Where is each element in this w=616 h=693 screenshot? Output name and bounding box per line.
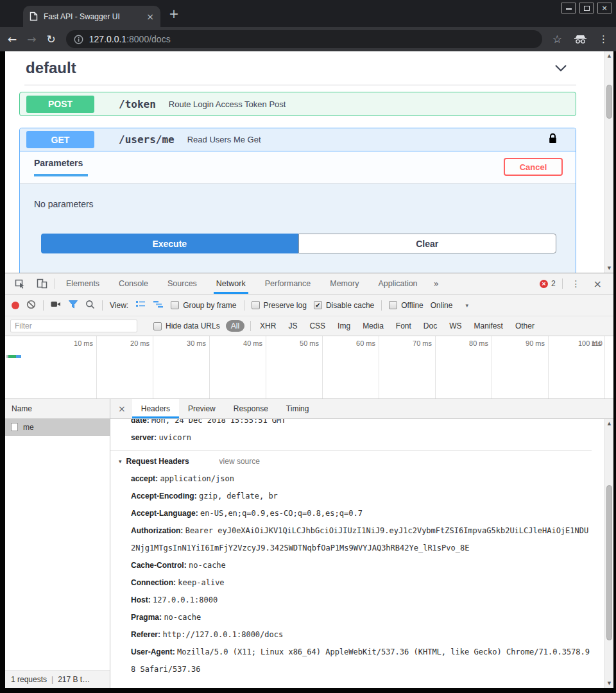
filter-type-ws[interactable]: WS xyxy=(446,321,465,330)
page-scrollbar[interactable]: ▲ ▼ xyxy=(604,51,613,273)
clear-requests-icon[interactable] xyxy=(26,300,36,311)
view-source-link[interactable]: view source xyxy=(219,453,260,470)
filter-type-js[interactable]: JS xyxy=(285,321,300,330)
hide-data-urls-checkbox[interactable] xyxy=(153,322,162,330)
filter-type-css[interactable]: CSS xyxy=(306,321,329,330)
view-list-icon[interactable] xyxy=(135,300,146,311)
page-info-icon[interactable] xyxy=(74,35,83,44)
filter-type-doc[interactable]: Doc xyxy=(420,321,440,330)
timeline-tick: 30 ms xyxy=(153,336,210,398)
view-waterfall-icon[interactable] xyxy=(153,300,164,311)
filter-type-other[interactable]: Other xyxy=(512,321,538,330)
tab-application[interactable]: Application xyxy=(370,273,425,294)
device-toolbar-icon[interactable] xyxy=(32,278,52,289)
headers-scrollbar[interactable]: ▲ ▼ xyxy=(604,419,613,688)
filter-type-manifest[interactable]: Manifest xyxy=(471,321,506,330)
execute-button[interactable]: Execute xyxy=(41,234,298,253)
search-icon[interactable] xyxy=(85,300,95,311)
request-list-empty-area xyxy=(5,436,110,671)
preserve-log-option[interactable]: Preserve log xyxy=(252,301,307,310)
back-icon[interactable]: ← xyxy=(8,34,17,45)
detail-close-icon[interactable]: × xyxy=(110,399,132,418)
devtools-close-icon[interactable]: × xyxy=(590,278,606,290)
scroll-up-icon[interactable]: ▲ xyxy=(605,421,613,426)
reload-icon[interactable]: ↻ xyxy=(47,34,56,45)
parameters-header: Parameters Cancel xyxy=(20,151,576,184)
new-tab-button[interactable]: + xyxy=(169,6,179,21)
page-scrollbar-thumb[interactable] xyxy=(606,85,612,119)
check-icon: ✔ xyxy=(315,302,320,309)
tab-network[interactable]: Network xyxy=(208,273,254,294)
throttling-dropdown[interactable]: Online ▾ xyxy=(431,301,468,310)
request-waterfall-bar xyxy=(6,355,21,358)
inspect-element-icon[interactable] xyxy=(10,278,30,289)
headers-panel: dateMon, 24 Dec 2018 15:55:51 GMT server… xyxy=(110,419,613,688)
tab-timing[interactable]: Timing xyxy=(277,399,318,418)
group-by-frame-checkbox[interactable] xyxy=(171,301,179,309)
disable-cache-option[interactable]: ✔ Disable cache xyxy=(314,301,374,310)
section-title: Request Headers xyxy=(126,453,189,470)
window-minimize-button[interactable] xyxy=(561,3,576,13)
endpoint-header[interactable]: GET /users/me Read Users Me Get xyxy=(20,128,576,151)
tab-console[interactable]: Console xyxy=(110,273,157,294)
request-header-row: acceptapplication/json xyxy=(131,470,592,488)
section-collapse-chevron-icon[interactable] xyxy=(554,64,567,72)
offline-checkbox[interactable] xyxy=(389,301,397,309)
browser-menu-icon[interactable]: ⋮ xyxy=(599,33,608,45)
record-button[interactable] xyxy=(12,302,19,309)
filter-type-media[interactable]: Media xyxy=(359,321,387,330)
tab-memory[interactable]: Memory xyxy=(321,273,367,294)
address-bar[interactable]: 127.0.0.1:8000/docs xyxy=(66,30,542,48)
detail-tabbar: × Headers Preview Response Timing xyxy=(110,399,613,419)
window-maximize-button[interactable] xyxy=(579,3,594,13)
offline-option[interactable]: Offline xyxy=(389,301,423,310)
tab-headers[interactable]: Headers xyxy=(132,399,179,418)
group-by-frame-option[interactable]: Group by frame xyxy=(171,301,236,310)
request-headers-section-header[interactable]: ▾ Request Headers view source xyxy=(119,453,592,470)
tab-parameters[interactable]: Parameters xyxy=(34,158,88,168)
preserve-log-checkbox[interactable] xyxy=(252,301,260,309)
request-header-row: Connectionkeep-alive xyxy=(131,574,592,592)
filter-type-xhr[interactable]: XHR xyxy=(257,321,279,330)
request-list-column: Name me 1 requests | 217 B t… xyxy=(5,399,110,688)
tab-elements[interactable]: Elements xyxy=(58,273,108,294)
forward-icon[interactable]: → xyxy=(27,34,36,45)
filter-input[interactable] xyxy=(10,320,137,332)
tab-response[interactable]: Response xyxy=(225,399,277,418)
endpoint-path: /users/me xyxy=(119,133,175,146)
capture-screenshots-icon[interactable] xyxy=(51,300,61,310)
timeline-tick: 70 ms xyxy=(379,336,436,398)
filter-type-font[interactable]: Font xyxy=(393,321,415,330)
browser-tab[interactable]: Fast API - Swagger UI × xyxy=(23,6,160,27)
scroll-up-icon[interactable]: ▲ xyxy=(605,53,613,58)
tab-preview[interactable]: Preview xyxy=(179,399,225,418)
filter-type-all[interactable]: All xyxy=(226,320,244,332)
request-row-me[interactable]: me xyxy=(5,419,110,436)
requests-count: 1 requests xyxy=(11,675,47,684)
scroll-down-icon[interactable]: ▼ xyxy=(605,266,613,271)
hide-data-urls-option[interactable]: Hide data URLs xyxy=(153,321,220,330)
tab-sources[interactable]: Sources xyxy=(159,273,205,294)
filter-type-img[interactable]: Img xyxy=(334,321,354,330)
network-timeline-overview[interactable]: 10 ms 20 ms 30 ms 40 ms 50 ms 60 ms 70 m… xyxy=(5,336,613,399)
swagger-page: default POST /token Route Login Access T… xyxy=(5,51,613,273)
clear-button[interactable]: Clear xyxy=(298,234,557,253)
devtools-menu-icon[interactable]: ⋮ xyxy=(569,278,583,289)
auth-lock-icon[interactable] xyxy=(548,132,558,148)
filter-icon[interactable] xyxy=(68,300,78,311)
browser-tabstrip: Fast API - Swagger UI × + × xyxy=(0,0,616,27)
disable-cache-checkbox[interactable]: ✔ xyxy=(314,301,322,309)
headers-scrollbar-thumb[interactable] xyxy=(606,485,612,640)
endpoint-summary: Route Login Access Token Post xyxy=(169,99,286,109)
console-error-badge[interactable]: × 2 xyxy=(540,279,556,288)
name-column-header[interactable]: Name xyxy=(5,399,110,419)
cancel-button[interactable]: Cancel xyxy=(504,158,563,176)
url-text: 127.0.0.1:8000/docs xyxy=(89,34,171,44)
tab-performance[interactable]: Performance xyxy=(257,273,320,294)
endpoint-post-token[interactable]: POST /token Route Login Access Token Pos… xyxy=(19,92,576,116)
window-close-button[interactable]: × xyxy=(597,3,612,13)
scroll-down-icon[interactable]: ▼ xyxy=(605,681,613,686)
more-tabs-icon[interactable]: » xyxy=(429,278,445,289)
tab-close-icon[interactable]: × xyxy=(146,12,154,22)
bookmark-star-icon[interactable]: ☆ xyxy=(552,33,562,46)
